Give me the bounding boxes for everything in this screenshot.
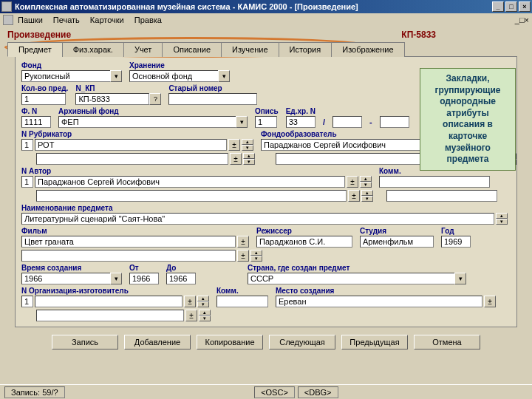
fund-input[interactable]: [21, 70, 110, 82]
down-icon[interactable]: ▾: [361, 196, 373, 202]
label-storage: Хранение: [129, 61, 230, 69]
dropdown-icon[interactable]: ▾: [218, 70, 230, 82]
down-icon[interactable]: ▾: [197, 301, 209, 307]
dropdown-icon[interactable]: ▾: [110, 273, 122, 284]
komm-input[interactable]: [379, 176, 490, 188]
lookup-icon[interactable]: ±: [230, 153, 242, 165]
menu-item[interactable]: Карточки: [90, 16, 124, 24]
lookup-icon[interactable]: ±: [348, 190, 360, 202]
vremya-input[interactable]: [21, 273, 110, 284]
nrub-n-input[interactable]: [21, 139, 33, 151]
fn-input[interactable]: [21, 116, 51, 128]
nrub2-input[interactable]: [36, 153, 228, 165]
nrub-input[interactable]: [35, 139, 227, 151]
annotation-callout: Закладки, группирующие однородные атрибу…: [420, 68, 516, 171]
lookup-icon[interactable]: ±: [237, 236, 249, 248]
label-vremya: Время создания: [21, 264, 122, 272]
tab-izobrazhenie[interactable]: Изображение: [331, 42, 404, 57]
edkhr-input[interactable]: [286, 116, 316, 128]
lookup-icon[interactable]: ±: [228, 139, 240, 151]
down-icon[interactable]: ▾: [360, 182, 372, 188]
komm2-input[interactable]: [386, 190, 497, 202]
minimize-button[interactable]: _: [492, 1, 504, 12]
god-input[interactable]: [441, 236, 471, 248]
menu-item[interactable]: Правка: [134, 16, 162, 24]
lookup-icon[interactable]: ±: [484, 296, 496, 307]
up-icon[interactable]: ▴: [243, 153, 255, 159]
mdi-maximize-button[interactable]: □: [519, 16, 525, 24]
navtor2-input[interactable]: [36, 190, 347, 202]
opis-input[interactable]: [255, 116, 277, 128]
tab-istoriya[interactable]: История: [279, 42, 332, 57]
prev-button[interactable]: Предыдущая: [341, 335, 408, 349]
down-icon[interactable]: ▾: [199, 316, 211, 321]
tab-predmet[interactable]: Предмет: [7, 42, 63, 57]
edkhr2-input[interactable]: [332, 116, 362, 128]
norg2-input[interactable]: [36, 310, 184, 321]
storage-input[interactable]: [129, 70, 218, 82]
mdi-close-button[interactable]: ×: [525, 16, 529, 24]
nkp-input[interactable]: [75, 93, 149, 105]
ot-input[interactable]: [129, 273, 159, 284]
label-god: Год: [441, 227, 471, 235]
up-icon[interactable]: ▴: [242, 139, 253, 145]
lookup-icon[interactable]: ±: [184, 296, 196, 307]
do-input[interactable]: [166, 273, 196, 284]
label-studio: Студия: [360, 227, 434, 235]
down-icon[interactable]: ▾: [242, 145, 253, 151]
menu-item[interactable]: Печать: [53, 16, 80, 24]
up-icon[interactable]: ▴: [199, 310, 211, 316]
close-button[interactable]: ×: [519, 1, 531, 12]
copy-button[interactable]: Копирование: [197, 335, 263, 349]
film-input[interactable]: [21, 236, 236, 248]
down-icon[interactable]: ▾: [250, 256, 262, 262]
dropdown-icon[interactable]: ▾: [110, 70, 122, 82]
rezh-input[interactable]: [256, 236, 352, 248]
up-icon[interactable]: ▴: [496, 213, 508, 219]
naim-input[interactable]: [21, 213, 494, 225]
lookup-icon[interactable]: ±: [347, 176, 358, 188]
title-bar: Комплексная автоматизированная музейная …: [0, 0, 532, 13]
norg-input[interactable]: [35, 296, 183, 307]
save-button[interactable]: Запись: [52, 335, 118, 349]
archfund-input[interactable]: [58, 116, 236, 128]
maximize-button[interactable]: □: [505, 1, 517, 12]
up-icon[interactable]: ▴: [361, 190, 373, 196]
navtor-n-input[interactable]: [21, 176, 33, 188]
form-header: Произведение КП-5833: [0, 27, 532, 41]
tab-izuchenie[interactable]: Изучение: [221, 42, 279, 57]
cancel-button[interactable]: Отмена: [414, 335, 480, 349]
status-dbg: <DBG>: [298, 386, 338, 398]
edkhr3-input[interactable]: [380, 116, 409, 128]
film2-input[interactable]: [21, 250, 236, 262]
status-record: Запись: 59/?: [4, 386, 65, 398]
help-button[interactable]: ?: [149, 93, 161, 105]
norg-n-input[interactable]: [21, 296, 33, 307]
next-button[interactable]: Следующая: [269, 335, 335, 349]
strana-input[interactable]: [248, 273, 454, 284]
tab-bar: Предмет Физ.харак. Учет Описание Изучени…: [7, 41, 525, 56]
add-button[interactable]: Добавление: [124, 335, 191, 349]
navtor-input[interactable]: [35, 176, 345, 188]
up-icon[interactable]: ▴: [360, 176, 372, 182]
lookup-icon[interactable]: ±: [185, 310, 197, 321]
down-icon[interactable]: ▾: [243, 159, 255, 165]
tab-opisanie[interactable]: Описание: [162, 42, 222, 57]
dropdown-icon[interactable]: ▾: [236, 116, 248, 128]
label-do: До: [166, 264, 196, 272]
down-icon[interactable]: ▾: [496, 219, 508, 225]
komm3-input[interactable]: [216, 296, 268, 307]
oldnum-input[interactable]: [168, 93, 257, 105]
up-icon[interactable]: ▴: [197, 296, 209, 301]
mesto-input[interactable]: [276, 296, 482, 307]
menu-item[interactable]: Пашки: [18, 16, 43, 24]
label-film: Фильм: [21, 227, 249, 235]
qty-input[interactable]: [21, 93, 66, 105]
dropdown-icon[interactable]: ▾: [454, 273, 466, 284]
studio-input[interactable]: [360, 236, 434, 248]
lookup-icon[interactable]: ±: [237, 250, 249, 262]
label-oldnum: Старый номер: [168, 84, 257, 92]
tab-uchet[interactable]: Учет: [123, 42, 163, 57]
up-icon[interactable]: ▴: [250, 250, 262, 256]
tab-fizkharak[interactable]: Физ.харак.: [62, 42, 124, 57]
